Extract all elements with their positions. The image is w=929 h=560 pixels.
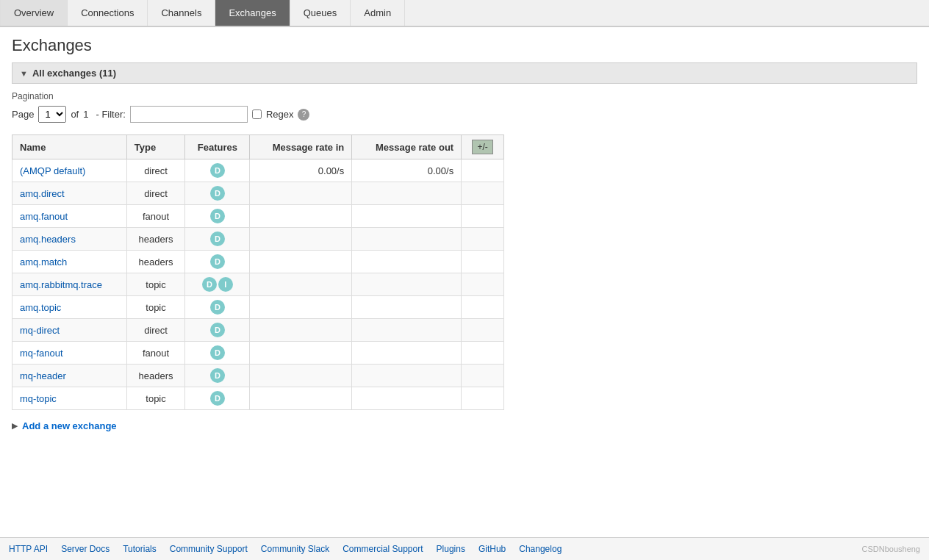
exchange-rate-in bbox=[250, 182, 352, 205]
table-row: mq-directdirectD bbox=[12, 319, 504, 342]
nav-item-connections[interactable]: Connections bbox=[68, 0, 148, 26]
table-row: mq-topictopicD bbox=[12, 387, 504, 410]
page-select[interactable]: 1 bbox=[38, 106, 66, 123]
feature-badge: I bbox=[218, 277, 233, 292]
exchange-name[interactable]: amq.direct bbox=[12, 182, 127, 205]
table-row: amq.matchheadersD bbox=[12, 251, 504, 273]
filter-label: - Filter: bbox=[96, 109, 125, 120]
exchange-action bbox=[462, 319, 504, 342]
table-row: mq-headerheadersD bbox=[12, 365, 504, 387]
exchange-action bbox=[462, 387, 504, 410]
col-plus-minus: +/- bbox=[462, 135, 504, 159]
regex-label: Regex bbox=[266, 109, 294, 120]
exchange-type: topic bbox=[126, 273, 185, 296]
table-header-row: Name Type Features Message rate in Messa… bbox=[12, 135, 504, 159]
col-features: Features bbox=[185, 135, 250, 159]
exchange-rate-in bbox=[250, 365, 352, 387]
exchange-features: D bbox=[185, 228, 250, 251]
exchange-rate-in bbox=[250, 205, 352, 228]
exchange-rate-out bbox=[352, 251, 462, 273]
add-exchange-section: ▶ Add a new exchange bbox=[12, 420, 917, 431]
nav-item-admin[interactable]: Admin bbox=[351, 0, 405, 26]
feature-badge: D bbox=[210, 368, 225, 383]
exchange-name[interactable]: mq-direct bbox=[12, 319, 127, 342]
filter-input[interactable] bbox=[130, 106, 248, 123]
exchange-rate-out bbox=[352, 365, 462, 387]
exchange-features: D bbox=[185, 205, 250, 228]
exchange-name[interactable]: amq.rabbitmq.trace bbox=[12, 273, 127, 296]
page-title: Exchanges bbox=[12, 36, 917, 55]
feature-badge: D bbox=[210, 345, 225, 360]
exchange-type: topic bbox=[126, 296, 185, 319]
col-rate-out: Message rate out bbox=[352, 135, 462, 159]
feature-badge: D bbox=[202, 277, 217, 292]
feature-badge: D bbox=[210, 391, 225, 406]
table-row: amq.directdirectD bbox=[12, 182, 504, 205]
feature-badge: D bbox=[210, 186, 225, 201]
exchange-rate-out: 0.00/s bbox=[352, 159, 462, 182]
exchange-action bbox=[462, 205, 504, 228]
exchange-rate-in bbox=[250, 273, 352, 296]
regex-help-button[interactable]: ? bbox=[298, 109, 309, 121]
section-header[interactable]: ▼ All exchanges (11) bbox=[12, 62, 917, 84]
exchange-rate-out bbox=[352, 205, 462, 228]
exchange-rate-in bbox=[250, 251, 352, 273]
exchange-features: D bbox=[185, 182, 250, 205]
exchange-action bbox=[462, 342, 504, 365]
exchange-action bbox=[462, 365, 504, 387]
add-exchange-link[interactable]: Add a new exchange bbox=[22, 420, 117, 431]
feature-badge: D bbox=[210, 300, 225, 315]
exchange-name[interactable]: amq.headers bbox=[12, 228, 127, 251]
nav-item-overview[interactable]: Overview bbox=[0, 0, 68, 26]
exchange-type: direct bbox=[126, 319, 185, 342]
main-nav: OverviewConnectionsChannelsExchangesQueu… bbox=[0, 0, 929, 27]
exchange-rate-in bbox=[250, 342, 352, 365]
main-content: Exchanges ▼ All exchanges (11) Paginatio… bbox=[0, 27, 929, 440]
exchange-action bbox=[462, 228, 504, 251]
table-row: (AMQP default)directD0.00/s0.00/s bbox=[12, 159, 504, 182]
exchange-name[interactable]: amq.topic bbox=[12, 296, 127, 319]
exchange-features: D bbox=[185, 387, 250, 410]
exchange-name[interactable]: amq.match bbox=[12, 251, 127, 273]
exchange-name[interactable]: mq-topic bbox=[12, 387, 127, 410]
exchange-type: headers bbox=[126, 251, 185, 273]
feature-badge: D bbox=[210, 209, 225, 223]
exchange-features: D bbox=[185, 365, 250, 387]
exchange-action bbox=[462, 251, 504, 273]
exchange-action bbox=[462, 182, 504, 205]
exchange-type: direct bbox=[126, 159, 185, 182]
exchange-features: DI bbox=[185, 273, 250, 296]
exchange-rate-in bbox=[250, 296, 352, 319]
exchange-features: D bbox=[185, 342, 250, 365]
exchange-rate-out bbox=[352, 342, 462, 365]
col-name: Name bbox=[12, 135, 127, 159]
nav-item-channels[interactable]: Channels bbox=[148, 0, 215, 26]
exchange-rate-in bbox=[250, 319, 352, 342]
exchange-name[interactable]: (AMQP default) bbox=[12, 159, 127, 182]
nav-item-exchanges[interactable]: Exchanges bbox=[215, 0, 290, 26]
exchange-action bbox=[462, 296, 504, 319]
exchange-action bbox=[462, 159, 504, 182]
regex-checkbox[interactable] bbox=[252, 110, 262, 119]
exchange-action bbox=[462, 273, 504, 296]
nav-item-queues[interactable]: Queues bbox=[290, 0, 351, 26]
total-pages: 1 bbox=[83, 109, 88, 120]
section-title: All exchanges (11) bbox=[32, 68, 116, 79]
table-row: amq.rabbitmq.tracetopicDI bbox=[12, 273, 504, 296]
feature-badge: D bbox=[210, 231, 225, 246]
exchange-rate-out bbox=[352, 273, 462, 296]
exchange-rate-in bbox=[250, 228, 352, 251]
exchange-name[interactable]: amq.fanout bbox=[12, 205, 127, 228]
exchange-rate-out bbox=[352, 296, 462, 319]
exchange-rate-out bbox=[352, 228, 462, 251]
col-rate-in: Message rate in bbox=[250, 135, 352, 159]
add-arrow: ▶ bbox=[12, 421, 18, 431]
exchange-features: D bbox=[185, 159, 250, 182]
exchange-name[interactable]: mq-header bbox=[12, 365, 127, 387]
feature-badge: D bbox=[210, 163, 225, 178]
page-label: Page bbox=[12, 109, 34, 120]
exchange-type: headers bbox=[126, 228, 185, 251]
exchange-name[interactable]: mq-fanout bbox=[12, 342, 127, 365]
table-row: mq-fanoutfanoutD bbox=[12, 342, 504, 365]
plus-minus-button[interactable]: +/- bbox=[472, 140, 492, 154]
